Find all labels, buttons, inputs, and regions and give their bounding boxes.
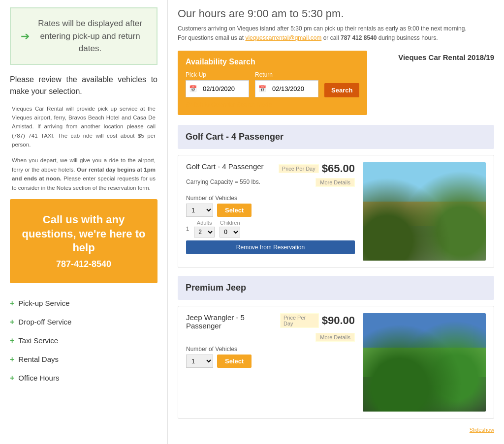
pickup-field: Pick-Up 📅 xyxy=(186,71,249,97)
return-input-wrapper[interactable]: 📅 xyxy=(255,80,318,97)
rates-box: ➔ Rates will be displayed after entering… xyxy=(10,7,158,65)
email-link[interactable]: viequescarrental@gmail.com xyxy=(245,34,321,41)
controls-row-golf-cart: 1 2 3 Select xyxy=(186,204,252,217)
select-button-jeep[interactable]: Select xyxy=(217,355,252,368)
search-button[interactable]: Search xyxy=(324,83,359,97)
more-details-jeep[interactable]: More Details xyxy=(315,333,355,342)
availability-wrapper: Availability Search Pick-Up 📅 Return 📅 xyxy=(178,51,494,115)
taxi-link[interactable]: Taxi Service xyxy=(18,336,58,345)
calendar-icon-return: 📅 xyxy=(258,85,266,92)
sidebar-item-pickup[interactable]: + Pick-up Service xyxy=(10,294,158,313)
info-text-1: Vieques Car Rental will provide pick up … xyxy=(10,104,158,149)
dropoff-link[interactable]: Drop-off Service xyxy=(18,318,71,326)
num-vehicles-select-jeep[interactable]: 1 2 3 xyxy=(186,355,213,368)
vehicle-info-golf-cart: Golf Cart - 4 Passenger Price Per Day $6… xyxy=(186,162,355,261)
adults-label: Adults xyxy=(197,220,212,226)
sidebar-links: + Pick-up Service + Drop-off Service + T… xyxy=(10,294,158,387)
adults-select[interactable]: 2 1 3 4 xyxy=(194,227,215,237)
review-text: Please review the available vehicles to … xyxy=(10,74,158,97)
plus-icon-office: + xyxy=(10,374,14,383)
sidebar-item-dropoff[interactable]: + Drop-off Service xyxy=(10,313,158,331)
call-box: Call us with any questions, we're here t… xyxy=(10,199,158,283)
vehicle-card-golf-cart: Golf Cart - 4 Passenger Price Per Day $6… xyxy=(178,155,494,268)
plus-icon-rental: + xyxy=(10,355,14,364)
category-premium-jeep: Premium Jeep xyxy=(178,276,494,300)
vehicle-controls-golf-cart: Number of Vehicles 1 2 3 Select 1 Adults xyxy=(186,195,355,254)
price-amount-jeep: $90.00 xyxy=(322,314,355,327)
vehicle-name-jeep: Jeep Wrangler - 5 Passenger xyxy=(186,313,280,330)
availability-box: Availability Search Pick-Up 📅 Return 📅 xyxy=(178,51,367,115)
rental-title: Vieques Car Rental 2018/19 xyxy=(377,53,494,61)
plus-icon-dropoff: + xyxy=(10,318,14,326)
vehicle-card-jeep: Jeep Wrangler - 5 Passenger Price Per Da… xyxy=(178,306,494,419)
sidebar-item-rental[interactable]: + Rental Days xyxy=(10,350,158,369)
sidebar-item-office[interactable]: + Office Hours xyxy=(10,369,158,387)
category-premium-jeep-title: Premium Jeep xyxy=(186,283,486,293)
rates-text: Rates will be displayed after entering p… xyxy=(33,17,147,55)
return-field: Return 📅 xyxy=(255,71,318,97)
category-golf-cart: Golf Cart - 4 Passenger xyxy=(178,125,494,149)
num-vehicles-select-golf-cart[interactable]: 1 2 3 xyxy=(186,204,213,217)
calendar-icon-pickup: 📅 xyxy=(189,85,197,92)
num-vehicles-label-jeep: Number of Vehicles xyxy=(186,346,237,353)
rental-link[interactable]: Rental Days xyxy=(18,355,59,363)
pickup-label: Pick-Up xyxy=(186,71,249,78)
hours-title: Our hours are 9:00 am to 5:30 pm. xyxy=(178,7,494,20)
children-select[interactable]: 0 1 2 3 xyxy=(220,227,240,237)
sidebar-item-taxi[interactable]: + Taxi Service xyxy=(10,331,158,350)
controls-row-jeep: 1 2 3 Select xyxy=(186,355,252,368)
pickup-input-wrapper[interactable]: 📅 xyxy=(186,80,249,97)
return-label: Return xyxy=(255,71,318,78)
plus-icon-pickup: + xyxy=(10,299,14,308)
adult-prefix: 1 xyxy=(186,226,189,232)
phone-bold: 787 412 8540 xyxy=(341,34,377,41)
price-amount-golf-cart: $65.00 xyxy=(322,162,355,175)
main-content: Our hours are 9:00 am to 5:30 pm. Custom… xyxy=(167,0,504,444)
price-block-golf-cart: Price Per Day $65.00 xyxy=(279,162,355,175)
price-per-day-jeep: Price Per Day xyxy=(280,313,319,328)
remove-button-golf-cart[interactable]: Remove from Reservation xyxy=(186,240,355,254)
return-date-input[interactable] xyxy=(268,83,315,95)
more-details-golf-cart[interactable]: More Details xyxy=(315,178,355,187)
vehicle-controls-jeep: Number of Vehicles 1 2 3 Select xyxy=(186,346,355,371)
vehicle-name-golf-cart: Golf Cart - 4 Passenger xyxy=(186,162,264,171)
office-link[interactable]: Office Hours xyxy=(18,374,59,382)
vehicle-info-jeep: Jeep Wrangler - 5 Passenger Price Per Da… xyxy=(186,313,355,412)
arrow-icon: ➔ xyxy=(21,28,30,44)
vehicle-top-jeep: Jeep Wrangler - 5 Passenger Price Per Da… xyxy=(186,313,355,330)
jeep-image-placeholder xyxy=(363,313,486,412)
price-per-day-golf-cart: Price Per Day xyxy=(279,164,319,173)
call-text: Call us with any questions, we're here t… xyxy=(20,213,148,255)
slideshow-link[interactable]: Slideshow xyxy=(178,427,494,433)
adults-children-golf-cart: 1 Adults 2 1 3 4 xyxy=(186,220,240,237)
num-vehicles-label-golf-cart: Number of Vehicles xyxy=(186,195,237,202)
pickup-date-input[interactable] xyxy=(199,83,246,95)
availability-title: Availability Search xyxy=(186,58,359,66)
info-text-2: When you depart, we will give you a ride… xyxy=(10,156,158,192)
vehicle-image-golf-cart xyxy=(363,162,486,261)
capacity-golf-cart: Carrying Capacity = 550 lbs. xyxy=(186,178,260,185)
category-golf-cart-title: Golf Cart - 4 Passenger xyxy=(186,132,486,142)
children-group: Children 0 1 2 3 xyxy=(220,220,240,237)
vehicle-image-jeep xyxy=(363,313,486,412)
calendar-mode-link[interactable]: Switch to Calendar Search Mode xyxy=(186,101,359,108)
golf-cart-image-placeholder xyxy=(363,162,486,261)
pickup-link[interactable]: Pick-up Service xyxy=(18,299,69,307)
price-block-jeep: Price Per Day $90.00 xyxy=(280,313,355,328)
sidebar: ➔ Rates will be displayed after entering… xyxy=(0,0,167,444)
adults-group: Adults 2 1 3 4 xyxy=(194,220,215,237)
avail-fields: Pick-Up 📅 Return 📅 Search xyxy=(186,71,359,97)
plus-icon-taxi: + xyxy=(10,336,14,345)
hours-subtitle: Customers arriving on Vieques island aft… xyxy=(178,24,494,43)
select-button-golf-cart[interactable]: Select xyxy=(217,204,252,217)
call-number: 787-412-8540 xyxy=(20,259,148,269)
children-label: Children xyxy=(220,220,240,226)
vehicle-top-golf-cart: Golf Cart - 4 Passenger Price Per Day $6… xyxy=(186,162,355,175)
